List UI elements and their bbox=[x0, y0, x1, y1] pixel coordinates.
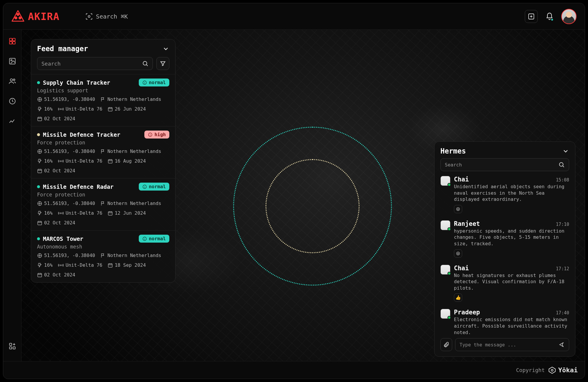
presence-dot-icon bbox=[447, 183, 451, 186]
global-search-label: Search ⌘K bbox=[96, 13, 128, 20]
notifications-button[interactable] bbox=[545, 12, 554, 21]
attach-button[interactable] bbox=[440, 338, 452, 351]
meta-region: Nothern Netherlands bbox=[100, 253, 161, 258]
main-canvas[interactable]: Feed manager Search Supply Ch bbox=[21, 30, 585, 361]
vendor-badge: Yōkai bbox=[548, 366, 578, 374]
chat-message[interactable]: Chai 17:12 No heat signatures or exhaust… bbox=[440, 265, 569, 302]
svg-point-4 bbox=[88, 15, 90, 17]
svg-rect-9 bbox=[13, 41, 15, 44]
svg-marker-46 bbox=[549, 367, 555, 373]
chat-avatar bbox=[440, 265, 450, 275]
brand-logo-icon bbox=[11, 10, 24, 23]
avatar[interactable] bbox=[561, 9, 577, 24]
reaction-button[interactable] bbox=[454, 205, 462, 213]
svg-rect-7 bbox=[13, 38, 15, 41]
feed-item[interactable]: Supply Chain Tracker normal Logistics su… bbox=[31, 74, 175, 126]
chevron-down-icon[interactable] bbox=[562, 148, 569, 155]
feed-item[interactable]: Missile Defence Tracker high Force prote… bbox=[31, 126, 175, 178]
feed-manager-title: Feed manager bbox=[37, 45, 88, 53]
rail-team[interactable] bbox=[8, 77, 17, 86]
global-search[interactable]: Search ⌘K bbox=[85, 13, 128, 20]
left-rail bbox=[3, 30, 21, 361]
notification-dot-icon bbox=[551, 18, 554, 21]
feed-manager-panel: Feed manager Search Supply Ch bbox=[31, 39, 176, 283]
chat-time: 17:10 bbox=[556, 222, 569, 227]
scan-icon bbox=[85, 13, 93, 20]
svg-point-36 bbox=[60, 265, 61, 266]
feed-item[interactable]: MARCOS Tower normal Autonomous mesh 51.5… bbox=[31, 230, 175, 282]
feed-item-title: Missile Defence Radar bbox=[43, 184, 113, 190]
meta-power: 16% bbox=[37, 106, 53, 112]
meta-coords: 51.56193, -0.38040 bbox=[37, 253, 95, 258]
svg-point-39 bbox=[559, 163, 563, 166]
svg-rect-8 bbox=[9, 41, 12, 44]
svg-rect-16 bbox=[9, 347, 12, 349]
footer: Copyright Yōkai bbox=[3, 361, 585, 379]
chat-time: 15:08 bbox=[556, 177, 569, 183]
feed-item-subtitle: Logistics support bbox=[37, 88, 169, 94]
rail-image[interactable] bbox=[8, 57, 17, 66]
feed-item-title: Missile Defence Tracker bbox=[43, 131, 120, 138]
meta-region: Nothern Netherlands bbox=[100, 201, 161, 206]
chat-sender: Ranjeet bbox=[454, 220, 480, 227]
brand-name: AKIRA bbox=[28, 11, 59, 22]
apps-add-icon bbox=[9, 342, 16, 350]
image-icon bbox=[9, 57, 16, 65]
meta-date-end: 02 Oct 2024 bbox=[37, 168, 75, 174]
yokai-logo-icon bbox=[548, 366, 556, 374]
feed-filter-button[interactable] bbox=[156, 57, 169, 70]
chat-text: hypersonic speeds, and sudden direction … bbox=[454, 228, 569, 247]
meta-coords: 51.56193, -0.38040 bbox=[37, 201, 95, 206]
compose-placeholder: Type the message ... bbox=[460, 342, 516, 348]
chat-message[interactable]: Ranjeet 17:10 hypersonic speeds, and sud… bbox=[440, 220, 569, 258]
status-badge: normal bbox=[139, 79, 169, 86]
feed-item-title: MARCOS Tower bbox=[43, 236, 83, 242]
meta-power: 16% bbox=[37, 210, 53, 216]
svg-rect-38 bbox=[38, 273, 42, 277]
search-icon bbox=[142, 60, 148, 67]
hermes-title: Hermes bbox=[440, 147, 466, 155]
svg-rect-10 bbox=[9, 58, 15, 64]
rail-apps[interactable] bbox=[8, 345, 17, 354]
chevron-down-icon[interactable] bbox=[162, 45, 169, 52]
svg-point-18 bbox=[143, 61, 147, 65]
reaction-button[interactable]: 👍 bbox=[454, 293, 462, 302]
svg-rect-6 bbox=[9, 38, 12, 41]
search-icon bbox=[558, 161, 565, 168]
meta-date-start: 18 Sep 2024 bbox=[108, 262, 146, 268]
reaction-button[interactable] bbox=[454, 249, 462, 258]
chat-message[interactable]: Chai 15:08 Unidentified aerial objects s… bbox=[440, 176, 569, 213]
rail-analytics[interactable] bbox=[8, 117, 17, 126]
meta-date-start: 16 Aug 2024 bbox=[108, 158, 146, 164]
meta-date-end: 02 Oct 2024 bbox=[37, 220, 75, 226]
presence-dot-icon bbox=[447, 227, 451, 231]
rail-dashboard[interactable] bbox=[8, 37, 17, 46]
meta-date-end: 02 Oct 2024 bbox=[37, 272, 75, 278]
chat-text: No heat signatures or exhaust plumes det… bbox=[454, 272, 569, 291]
feed-search-input[interactable]: Search bbox=[37, 57, 153, 70]
feed-item-subtitle: Force protection bbox=[37, 192, 169, 198]
meta-unit: Unit-Delta 76 bbox=[58, 106, 102, 112]
hermes-search-input[interactable]: Search bbox=[440, 158, 569, 171]
status-dot-icon bbox=[37, 237, 40, 240]
meta-date-end: 02 Oct 2024 bbox=[37, 116, 75, 121]
meta-date-start: 26 Jun 2024 bbox=[108, 106, 146, 112]
feed-search-placeholder: Search bbox=[41, 61, 61, 67]
chat-message[interactable]: Pradeep 17:40 Electronic emissions did n… bbox=[440, 309, 569, 334]
compose-input[interactable]: Type the message ... bbox=[455, 338, 569, 351]
status-badge: normal bbox=[139, 183, 169, 191]
chat-avatar bbox=[440, 176, 450, 186]
svg-point-12 bbox=[10, 79, 12, 81]
svg-point-21 bbox=[60, 109, 61, 110]
plus-square-icon bbox=[528, 13, 535, 20]
feed-item[interactable]: Missile Defence Radar normal Force prote… bbox=[31, 178, 175, 230]
send-icon[interactable] bbox=[558, 341, 565, 348]
rotate-icon bbox=[9, 97, 16, 105]
rail-sync[interactable] bbox=[8, 97, 17, 106]
chat-sender: Chai bbox=[454, 265, 469, 272]
svg-rect-23 bbox=[38, 117, 42, 121]
new-button[interactable] bbox=[525, 10, 538, 23]
status-dot-icon bbox=[37, 81, 40, 84]
meta-region: Nothern Netherlands bbox=[100, 149, 161, 154]
status-badge: high bbox=[144, 131, 169, 139]
